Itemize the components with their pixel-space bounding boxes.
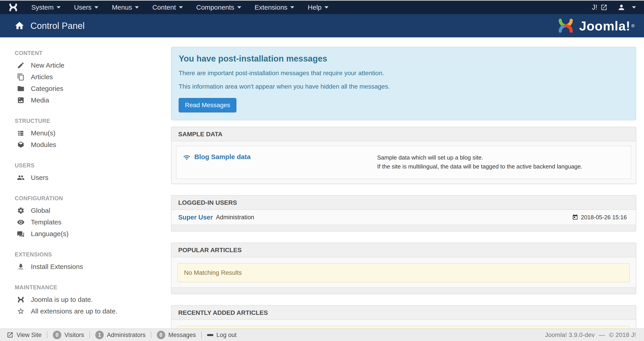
registered-mark: ® (631, 23, 634, 29)
no-results-alert: No Matching Results (177, 263, 630, 282)
last-activity-timestamp: 2018-05-26 15:16 (581, 214, 627, 221)
logout-icon (207, 334, 213, 336)
person-icon (618, 3, 626, 12)
sidebar-item-global[interactable]: Global (0, 205, 171, 216)
menu-extensions[interactable]: Extensions (248, 1, 301, 14)
gear-icon (17, 207, 24, 214)
super-user-link[interactable]: Super User (178, 214, 213, 221)
menu-menus-label: Menus (112, 4, 132, 11)
sidebar-item-label: Categories (31, 85, 63, 92)
sidebar-section-maintenance: MAINTENANCE (15, 284, 171, 291)
sidebar-item-extensions-uptodate[interactable]: All extensions are up to date. (0, 305, 171, 317)
sidebar-item-languages[interactable]: Language(s) (0, 228, 171, 240)
visitors-link[interactable]: 0 Visitors (53, 331, 84, 339)
comments-icon (17, 230, 24, 238)
sidebar-item-label: Joomla is up to date. (31, 296, 93, 303)
divider (201, 331, 202, 338)
logout-link[interactable]: Log out (207, 331, 236, 338)
sidebar-section-content: CONTENT (15, 50, 171, 56)
sidebar-item-users[interactable]: Users (0, 172, 171, 183)
menu-users-label: Users (74, 4, 92, 11)
messages-count-badge: 0 (157, 331, 165, 339)
site-preview-link[interactable]: J! (592, 3, 608, 12)
sidebar-item-label: Modules (31, 141, 56, 149)
administrators-count-badge: 1 (95, 331, 104, 339)
sample-data-row: Blog Sample data Sample data which will … (176, 146, 631, 179)
chevron-down-icon (632, 6, 636, 9)
view-site-label: View Site (16, 331, 42, 338)
user-menu[interactable] (618, 3, 636, 12)
star-icon (17, 307, 24, 315)
logout-label: Log out (216, 331, 236, 338)
postinstall-line2: This information area won't appear when … (179, 83, 628, 90)
broadcast-icon (183, 154, 190, 161)
sidebar-item-label: Media (31, 96, 49, 104)
messages-link[interactable]: 0 Messages (157, 331, 196, 339)
sidebar-item-categories[interactable]: Categories (0, 83, 171, 94)
joomla-brand-logo: Joomla! ® (556, 16, 634, 35)
joomla-mark-icon (8, 2, 18, 13)
sidebar-item-new-article[interactable]: New Article (0, 60, 171, 71)
sidebar-item-modules[interactable]: Modules (0, 139, 171, 151)
menu-content[interactable]: Content (146, 1, 190, 14)
visitors-label: Visitors (64, 331, 84, 338)
menu-help[interactable]: Help (301, 1, 335, 14)
sidebar-item-joomla-uptodate[interactable]: Joomla is up to date. (0, 294, 171, 305)
logged-in-user-row: Super User Administration 2018-05-26 15:… (172, 210, 636, 225)
download-icon (17, 263, 24, 270)
joomla-version: Joomla! 3.9.0-dev (545, 331, 595, 338)
view-site-link[interactable]: View Site (7, 331, 42, 338)
status-bar: View Site 0 Visitors 1 Administrators 0 … (0, 328, 644, 341)
sidebar-item-articles[interactable]: Articles (0, 71, 171, 83)
menu-components[interactable]: Components (190, 1, 248, 14)
postinstall-title: You have post-installation messages (179, 54, 628, 64)
list-icon (17, 129, 24, 137)
blog-sample-data-link[interactable]: Blog Sample data (194, 153, 251, 161)
sidebar-item-label: Install Extensions (31, 263, 83, 270)
brand-wordmark: Joomla! (579, 18, 630, 33)
copy-icon (17, 73, 24, 81)
users-icon (17, 174, 24, 181)
divider (151, 331, 152, 338)
chevron-down-icon (237, 6, 241, 9)
sidebar-item-label: Users (31, 174, 48, 181)
sidebar-item-install-extensions[interactable]: Install Extensions (0, 261, 171, 272)
chevron-down-icon (324, 6, 328, 9)
sidebar-item-templates[interactable]: Templates (0, 216, 171, 228)
sidebar-item-menus[interactable]: Menu(s) (0, 127, 171, 139)
sidebar-item-label: Menu(s) (31, 129, 56, 137)
menu-users[interactable]: Users (67, 1, 105, 14)
sample-data-header: SAMPLE DATA (172, 127, 636, 141)
messages-label: Messages (168, 331, 196, 338)
control-panel-main: You have post-installation messages Ther… (171, 37, 636, 341)
divider (90, 331, 90, 338)
admin-menubar: System Users Menus Content Components Ex… (0, 1, 644, 14)
read-messages-button[interactable]: Read Messages (179, 98, 236, 112)
sidebar-section-users: USERS (15, 162, 171, 169)
menu-extensions-label: Extensions (255, 4, 288, 11)
menu-system[interactable]: System (24, 1, 67, 14)
sidebar-section-configuration: CONFIGURATION (15, 195, 171, 202)
sidebar-item-media[interactable]: Media (0, 94, 171, 106)
panel-footer-strip (172, 225, 636, 231)
home-icon (14, 21, 24, 31)
logged-in-users-header: LOGGED-IN USERS (172, 196, 636, 210)
sidebar-section-structure: STRUCTURE (15, 118, 171, 124)
chevron-down-icon (179, 6, 183, 9)
recently-added-articles-header: RECENTLY ADDED ARTICLES (172, 306, 636, 320)
postinstall-line1: There are important post-installation me… (179, 69, 628, 77)
chevron-down-icon (290, 6, 294, 9)
logged-in-users-panel: LOGGED-IN USERS Super User Administratio… (171, 195, 636, 231)
cube-icon (17, 141, 24, 149)
copyright: © 2018 J! (609, 331, 636, 338)
administrators-link[interactable]: 1 Administrators (95, 331, 146, 339)
site-preview-label: J! (592, 3, 597, 12)
joomla-mark-icon (17, 296, 24, 303)
joomla-color-mark-icon (556, 16, 575, 35)
chevron-down-icon (135, 6, 139, 9)
sidebar-item-label: New Article (31, 62, 64, 69)
popular-articles-header: POPULAR ARTICLES (172, 243, 636, 257)
sidebar-item-label: Templates (31, 218, 62, 226)
menu-menus[interactable]: Menus (105, 1, 146, 14)
eye-icon (17, 218, 24, 226)
